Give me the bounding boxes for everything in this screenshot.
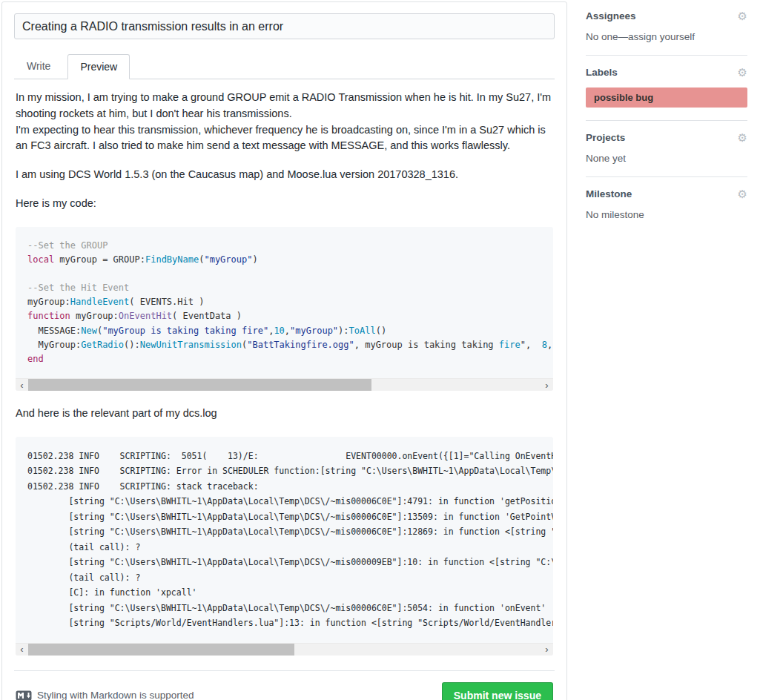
log-intro-text: And here is the relevant part of my dcs.…: [16, 406, 553, 422]
submit-new-issue-button[interactable]: Submit new issue: [442, 682, 553, 700]
projects-title: Projects: [586, 132, 625, 143]
code-content: --Set the GROUPlocal myGroup = GROUP:Fin…: [16, 227, 553, 379]
paragraph: I am using DCS World 1.5.3 (on the Cauca…: [16, 167, 553, 183]
log-scroll-thumb[interactable]: [28, 644, 294, 656]
issue-title-input[interactable]: [14, 13, 555, 39]
code-block: --Set the GROUPlocal myGroup = GROUP:Fin…: [16, 227, 553, 392]
projects-value: None yet: [586, 153, 747, 164]
milestone-title: Milestone: [586, 188, 632, 199]
gear-icon[interactable]: ⚙: [738, 10, 747, 22]
tab-preview[interactable]: Preview: [67, 54, 130, 79]
code-scroll-track[interactable]: [28, 379, 541, 391]
write-preview-tabnav: Write Preview: [14, 53, 555, 79]
markdown-note-label: Styling with Markdown is supported: [37, 690, 194, 700]
code-scroll-thumb[interactable]: [28, 379, 371, 391]
form-footer: Styling with Markdown is supported Submi…: [14, 670, 555, 700]
scroll-right-icon[interactable]: ›: [541, 644, 553, 656]
log-horizontal-scrollbar[interactable]: ‹ ›: [16, 643, 553, 656]
gear-icon[interactable]: ⚙: [738, 188, 747, 199]
scroll-left-icon[interactable]: ‹: [16, 644, 28, 656]
labels-title: Labels: [586, 67, 618, 78]
gear-icon[interactable]: ⚙: [738, 132, 747, 143]
preview-body: In my mission, I am trying to make a gro…: [14, 79, 555, 656]
issue-sidebar: Assignees ⚙ No one—assign yourself Label…: [586, 10, 747, 244]
preview-paragraphs: In my mission, I am trying to make a gro…: [16, 90, 553, 212]
sidebar-section-milestone: Milestone ⚙ No milestone: [586, 188, 747, 233]
scroll-right-icon[interactable]: ›: [541, 379, 553, 391]
sidebar-section-labels: Labels ⚙ possible bug: [586, 67, 747, 121]
new-issue-form: Write Preview In my mission, I am trying…: [1, 1, 567, 700]
sidebar-section-projects: Projects ⚙ None yet: [586, 132, 747, 177]
log-content: 01502.238 INFO SCRIPTING: 5051( 13)/E: E…: [16, 437, 553, 643]
tab-write[interactable]: Write: [14, 53, 63, 79]
markdown-support-link[interactable]: Styling with Markdown is supported: [16, 690, 194, 700]
assignees-value[interactable]: No one—assign yourself: [586, 31, 747, 42]
paragraph: In my mission, I am trying to make a gro…: [16, 90, 553, 154]
markdown-icon: [16, 690, 32, 700]
paragraph: Here is my code:: [16, 196, 553, 212]
log-block: 01502.238 INFO SCRIPTING: 5051( 13)/E: E…: [16, 437, 553, 656]
milestone-value: No milestone: [586, 209, 747, 220]
gear-icon[interactable]: ⚙: [738, 67, 747, 78]
label-chip-possible-bug[interactable]: possible bug: [586, 88, 747, 108]
assignees-title: Assignees: [586, 10, 636, 22]
code-horizontal-scrollbar[interactable]: ‹ ›: [16, 378, 553, 391]
sidebar-section-assignees: Assignees ⚙ No one—assign yourself: [586, 10, 747, 56]
log-scroll-track[interactable]: [28, 644, 541, 656]
scroll-left-icon[interactable]: ‹: [16, 379, 28, 391]
